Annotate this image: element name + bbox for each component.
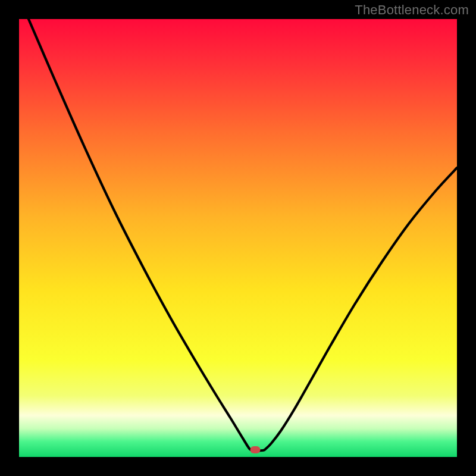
- optimal-marker: [250, 446, 261, 453]
- chart-frame: TheBottleneck.com: [0, 0, 476, 476]
- plot-area: [19, 19, 457, 457]
- bottleneck-curve: [19, 19, 457, 457]
- watermark-text: TheBottleneck.com: [355, 2, 469, 18]
